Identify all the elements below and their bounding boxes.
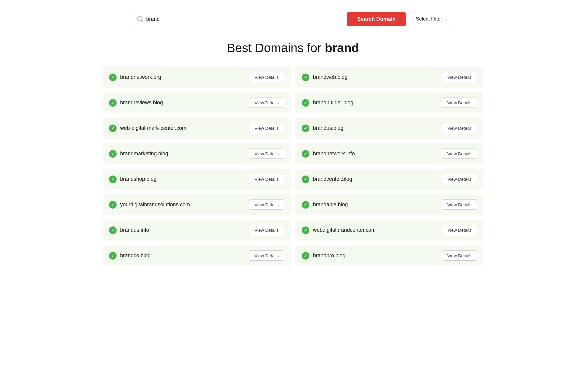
available-icon <box>302 74 309 81</box>
domain-name: brandnetwork.org <box>120 74 161 80</box>
domain-row: brandweb.blog View Details <box>295 67 483 88</box>
domain-row: web-digital-mark-center.com View Details <box>103 118 291 139</box>
view-details-button[interactable]: View Details <box>249 200 284 210</box>
domain-left: web-digital-mark-center.com <box>109 125 186 132</box>
available-icon <box>302 125 309 132</box>
domain-row: brandnetwork.info View Details <box>295 143 483 164</box>
domain-row: brandcenter.blog View Details <box>295 169 483 190</box>
title-keyword: brand <box>325 41 359 55</box>
domain-row: brandus.blog View Details <box>295 118 483 139</box>
domain-name: brandus.info <box>120 227 149 233</box>
available-icon <box>302 150 309 158</box>
domain-name: brandbuilder.blog <box>313 100 353 106</box>
view-details-button[interactable]: View Details <box>249 174 284 184</box>
domain-row: brandpro.blog View Details <box>295 245 483 266</box>
chevron-down-icon: ⌄ <box>444 17 448 21</box>
search-input-wrapper <box>132 12 343 26</box>
view-details-button[interactable]: View Details <box>249 72 284 82</box>
domain-row: brandus.info View Details <box>103 220 291 241</box>
available-icon <box>109 252 117 260</box>
domain-name: brandcenter.blog <box>313 176 352 182</box>
page-title: Best Domains for brand <box>18 41 568 55</box>
search-bar: Search Domain Select Filter ⌄ <box>132 12 454 26</box>
domain-row: yourdigitalbrandsolutions.com View Detai… <box>103 194 291 215</box>
domain-row: brandco.blog View Details <box>103 245 291 266</box>
view-details-button[interactable]: View Details <box>442 98 477 108</box>
domain-left: brandus.info <box>109 226 149 234</box>
domain-name: brandmarketing.blog <box>120 151 168 157</box>
domain-row: brandbuilder.blog View Details <box>295 92 483 113</box>
available-icon <box>109 150 117 158</box>
search-icon <box>137 16 143 22</box>
domain-name: brandable.blog <box>313 202 348 208</box>
view-details-button[interactable]: View Details <box>249 225 284 235</box>
domain-left: brandco.blog <box>109 252 151 260</box>
domain-name: webdigitalbrandcenter.com <box>313 227 376 233</box>
available-icon <box>302 175 309 183</box>
domain-row: brandnetwork.org View Details <box>103 67 291 88</box>
available-icon <box>109 226 117 234</box>
view-details-button[interactable]: View Details <box>442 149 477 159</box>
filter-label: Select Filter <box>416 16 442 22</box>
domain-name: brandco.blog <box>120 253 151 259</box>
view-details-button[interactable]: View Details <box>442 200 477 210</box>
available-icon <box>109 175 117 183</box>
domain-left: brandus.blog <box>302 125 343 132</box>
title-prefix: Best Domains for <box>227 41 325 55</box>
domain-row: brandmarketing.blog View Details <box>103 143 291 164</box>
available-icon <box>109 201 117 209</box>
filter-button[interactable]: Select Filter ⌄ <box>410 12 454 26</box>
domain-name: brandreviews.blog <box>120 100 163 106</box>
view-details-button[interactable]: View Details <box>442 225 477 235</box>
available-icon <box>302 252 309 260</box>
view-details-button[interactable]: View Details <box>249 149 284 159</box>
svg-line-1 <box>141 20 142 21</box>
domain-left: brandpro.blog <box>302 252 345 260</box>
domain-name: brandshop.blog <box>120 176 156 182</box>
available-icon <box>302 226 309 234</box>
view-details-button[interactable]: View Details <box>442 250 477 261</box>
search-input[interactable] <box>146 16 338 22</box>
available-icon <box>109 74 117 81</box>
view-details-button[interactable]: View Details <box>249 98 284 108</box>
domain-name: brandweb.blog <box>313 74 347 80</box>
domain-row: brandreviews.blog View Details <box>103 92 291 113</box>
view-details-button[interactable]: View Details <box>442 72 477 82</box>
domain-name: web-digital-mark-center.com <box>120 125 186 131</box>
domain-left: yourdigitalbrandsolutions.com <box>109 201 190 209</box>
domain-row: brandshop.blog View Details <box>103 169 291 190</box>
domain-name: brandus.blog <box>313 125 343 131</box>
domain-name: brandpro.blog <box>313 253 345 259</box>
domain-left: webdigitalbrandcenter.com <box>302 226 376 234</box>
domain-left: brandable.blog <box>302 201 348 209</box>
domain-name: yourdigitalbrandsolutions.com <box>120 202 190 208</box>
domain-left: brandmarketing.blog <box>109 150 168 158</box>
view-details-button[interactable]: View Details <box>249 250 284 261</box>
search-domain-button[interactable]: Search Domain <box>347 12 406 26</box>
domain-left: brandreviews.blog <box>109 99 163 107</box>
domain-row: webdigitalbrandcenter.com View Details <box>295 220 483 241</box>
available-icon <box>109 99 117 107</box>
available-icon <box>109 125 117 132</box>
domain-left: brandcenter.blog <box>302 175 352 183</box>
domains-grid: brandnetwork.org View Details brandweb.b… <box>103 67 483 266</box>
domain-left: brandnetwork.org <box>109 74 161 81</box>
view-details-button[interactable]: View Details <box>249 123 284 133</box>
view-details-button[interactable]: View Details <box>442 123 477 133</box>
domain-name: brandnetwork.info <box>313 151 355 157</box>
domain-left: brandnetwork.info <box>302 150 355 158</box>
available-icon <box>302 99 309 107</box>
view-details-button[interactable]: View Details <box>442 174 477 184</box>
domain-left: brandshop.blog <box>109 175 156 183</box>
available-icon <box>302 201 309 209</box>
domain-row: brandable.blog View Details <box>295 194 483 215</box>
domain-left: brandweb.blog <box>302 74 347 81</box>
domain-left: brandbuilder.blog <box>302 99 353 107</box>
